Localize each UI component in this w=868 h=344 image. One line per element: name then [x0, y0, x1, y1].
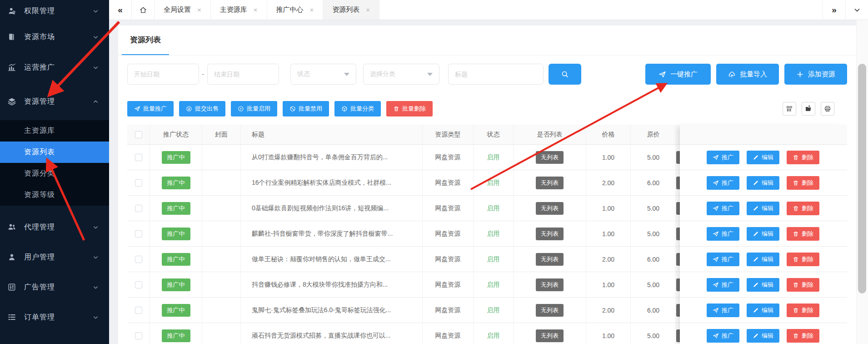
page-title-tab[interactable]: 资源列表 — [122, 25, 169, 55]
sidebar-item-ad-mgmt[interactable]: 广告管理 — [0, 272, 109, 302]
batch-promote-button[interactable]: 批量推广 — [127, 101, 174, 116]
user-icon — [7, 253, 16, 262]
row-delete-button[interactable]: 删除 — [787, 176, 819, 190]
row-checkbox[interactable] — [135, 179, 142, 187]
close-tab-icon[interactable]: × — [310, 6, 314, 14]
key-user-icon — [7, 6, 16, 15]
resource-type-cell: 网盘资源 — [423, 170, 474, 195]
ad-icon — [7, 283, 16, 292]
row-promote-button[interactable]: 推广 — [707, 329, 739, 343]
chevron-down-icon — [92, 34, 99, 40]
row-edit-button[interactable]: 编辑 — [747, 227, 779, 241]
button-label: 删除 — [802, 281, 813, 289]
orig-price-cell: 5.00 — [631, 272, 676, 297]
submit-sale-button[interactable]: 提交出售 — [179, 101, 225, 116]
orig-price-cell: 5.00 — [631, 221, 676, 246]
row-delete-button[interactable]: 删除 — [787, 151, 819, 164]
row-promote-button[interactable]: 推广 — [707, 304, 739, 317]
tab-menu-button[interactable] — [845, 0, 868, 20]
row-promote-button[interactable]: 推广 — [707, 253, 739, 266]
print-button[interactable] — [821, 102, 834, 116]
home-tab-button[interactable] — [132, 0, 155, 20]
sidebar-subitem-resource-list[interactable]: 资源列表 — [0, 142, 109, 163]
tab-promo-center[interactable]: 推广中心× — [267, 0, 324, 20]
end-date-input[interactable] — [207, 64, 279, 85]
expand-tabs-button[interactable]: » — [823, 0, 845, 20]
chevron-down-icon — [853, 6, 861, 14]
start-date-input[interactable] — [127, 64, 199, 85]
row-actions: 推广编辑删除 — [680, 145, 846, 170]
category-select[interactable]: 选择分类 — [363, 64, 439, 85]
close-tab-icon[interactable]: × — [254, 6, 258, 14]
row-delete-button[interactable]: 删除 — [787, 278, 819, 292]
row-promote-button[interactable]: 推广 — [707, 278, 739, 292]
row-edit-button[interactable]: 编辑 — [747, 253, 779, 266]
sidebar-item-label: 广告管理 — [24, 283, 92, 292]
row-checkbox[interactable] — [135, 154, 142, 161]
row-edit-button[interactable]: 编辑 — [747, 329, 779, 343]
trash-icon — [793, 154, 799, 161]
tab-resource-list[interactable]: 资源列表× — [323, 0, 379, 20]
chart-icon — [7, 63, 16, 72]
promo-status-badge: 推广中 — [162, 177, 190, 189]
pencil-icon — [753, 154, 759, 161]
promo-status-cell: 推广中 — [150, 272, 202, 297]
sidebar-item-operation-promo[interactable]: 运营推广 — [0, 52, 109, 83]
sidebar-item-agent-mgmt[interactable]: 代理管理 — [0, 212, 109, 242]
sidebar-item-order-mgmt[interactable]: 订单管理 — [0, 302, 109, 332]
add-resource-button[interactable]: 添加资源 — [784, 64, 847, 85]
row-edit-button[interactable]: 编辑 — [747, 304, 779, 317]
batch-delete-button[interactable]: 批量删除 — [386, 101, 433, 116]
state-cell: 启用 — [474, 323, 514, 344]
row-edit-button[interactable]: 编辑 — [747, 176, 779, 190]
row-edit-button[interactable]: 编辑 — [747, 278, 779, 292]
title-search-input[interactable] — [448, 64, 544, 85]
sidebar-item-permissions[interactable]: 权限管理 — [0, 0, 109, 22]
row-delete-button[interactable]: 删除 — [787, 329, 819, 343]
close-tab-icon[interactable]: × — [197, 6, 201, 14]
export-button[interactable] — [802, 102, 815, 116]
title-cell: 做单王秘诀：颠覆你对销售的认知，做单王成交... — [241, 247, 423, 272]
row-promote-button[interactable]: 推广 — [707, 151, 739, 164]
row-promote-button[interactable]: 推广 — [707, 202, 739, 215]
one-key-promote-button[interactable]: 一键推广 — [645, 64, 711, 85]
row-checkbox[interactable] — [135, 332, 142, 339]
sidebar-item-user-mgmt[interactable]: 用户管理 — [0, 242, 109, 272]
row-select — [127, 196, 150, 221]
row-checkbox[interactable] — [135, 281, 142, 288]
columns-button[interactable] — [783, 102, 796, 116]
batch-import-button[interactable]: 批量导入 — [716, 64, 779, 85]
row-delete-button[interactable]: 删除 — [787, 304, 819, 317]
sidebar-item-resource-market[interactable]: 资源市场 — [0, 22, 109, 52]
row-delete-button[interactable]: 删除 — [787, 253, 819, 266]
category-select-value: 选择分类 — [370, 70, 395, 78]
search-button[interactable] — [549, 64, 581, 85]
row-delete-button[interactable]: 删除 — [787, 227, 819, 241]
button-label: 提交出售 — [195, 105, 219, 113]
tab-global-settings[interactable]: 全局设置× — [155, 0, 211, 20]
row-promote-button[interactable]: 推广 — [707, 176, 739, 190]
row-checkbox[interactable] — [135, 307, 142, 314]
batch-classify-button[interactable]: 批量分类 — [334, 101, 381, 116]
sidebar-item-resource-mgmt[interactable]: 资源管理 — [0, 83, 109, 120]
row-edit-button[interactable]: 编辑 — [747, 202, 779, 215]
button-label: 添加资源 — [808, 70, 835, 79]
sidebar-subitem-resource-level[interactable]: 资源等级 — [0, 184, 109, 206]
row-delete-button[interactable]: 删除 — [787, 202, 819, 215]
batch-enable-button[interactable]: 批量启用 — [231, 101, 277, 116]
sidebar-subitem-resource-category[interactable]: 资源分类 — [0, 163, 109, 184]
row-promote-button[interactable]: 推广 — [707, 227, 739, 241]
scrollbar-thumb[interactable] — [858, 64, 866, 293]
sidebar-subitem-main-repo[interactable]: 主资源库 — [0, 120, 109, 142]
close-tab-icon[interactable]: × — [366, 6, 370, 14]
batch-disable-button[interactable]: 批量禁用 — [283, 101, 329, 116]
collapse-tabs-button[interactable]: « — [109, 0, 132, 20]
tab-main-repo[interactable]: 主资源库× — [211, 0, 267, 20]
select-all-checkbox[interactable] — [135, 131, 142, 138]
title-cell: 麒麟社-抖音橱窗带货，带你深度了解抖音橱窗带... — [241, 221, 423, 246]
status-select[interactable]: 状态 — [290, 64, 356, 85]
row-checkbox[interactable] — [135, 205, 142, 212]
row-checkbox[interactable] — [135, 230, 142, 238]
row-edit-button[interactable]: 编辑 — [747, 151, 779, 164]
row-checkbox[interactable] — [135, 256, 142, 263]
